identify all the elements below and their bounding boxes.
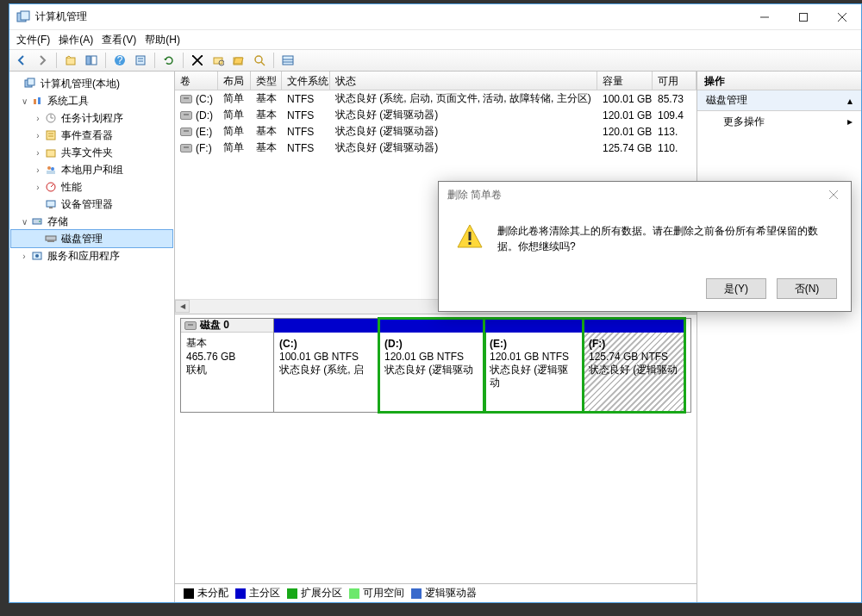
actions-more[interactable]: 更多操作 ▸	[697, 111, 861, 132]
delete-volume-dialog: 删除 简单卷 删除此卷将清除其上的所有数据。请在删除之前备份所有希望保留的数据。…	[438, 181, 852, 312]
maximize-button[interactable]	[784, 4, 822, 30]
actions-title: 操作	[697, 72, 861, 90]
volume-table-header: 卷 布局 类型 文件系统 状态 容量 可用	[175, 72, 696, 90]
yes-button[interactable]: 是(Y)	[706, 278, 766, 299]
refresh-icon[interactable]	[160, 52, 178, 69]
list-view-icon[interactable]	[279, 52, 297, 69]
delete-icon[interactable]	[189, 52, 206, 69]
svg-point-47	[35, 254, 39, 258]
col-capacity[interactable]: 容量	[597, 72, 653, 90]
table-row[interactable]: (D:)简单基本NTFS状态良好 (逻辑驱动器)120.01 GB109.4	[175, 107, 696, 123]
tree-task-scheduler[interactable]: ›任务计划程序	[11, 109, 172, 127]
disk-graphical-pane: 磁盘 0 基本 465.76 GB 联机 (C:) 100.01 GB NTFS…	[175, 314, 696, 602]
partition-f[interactable]: (F:) 125.74 GB NTFS 状态良好 (逻辑驱动	[584, 319, 684, 412]
tree-storage[interactable]: ∨存储	[11, 213, 172, 230]
svg-text:?: ?	[117, 54, 123, 66]
tree-event-viewer[interactable]: ›事件查看器	[11, 127, 172, 144]
dialog-title: 删除 简单卷	[447, 188, 502, 202]
properties-icon[interactable]	[132, 52, 149, 69]
menu-file[interactable]: 文件(F)	[16, 33, 50, 47]
main-pane: 卷 布局 类型 文件系统 状态 容量 可用 (C:)简单基本NTFS状态良好 (…	[175, 72, 697, 602]
svg-rect-51	[469, 242, 472, 245]
svg-point-43	[39, 221, 41, 222]
menu-action[interactable]: 操作(A)	[59, 33, 93, 47]
col-filesystem[interactable]: 文件系统	[282, 72, 330, 90]
svg-point-19	[255, 56, 262, 63]
dialog-close-button[interactable]	[825, 186, 842, 203]
partition-d[interactable]: (D:) 120.01 GB NTFS 状态良好 (逻辑驱动	[379, 319, 484, 412]
disk-0-info[interactable]: 磁盘 0 基本 465.76 GB 联机	[181, 319, 274, 412]
svg-line-20	[261, 62, 265, 65]
dialog-message: 删除此卷将清除其上的所有数据。请在删除之前备份所有希望保留的数据。你想继续吗?	[497, 223, 834, 254]
chevron-right-icon: ▸	[847, 115, 853, 128]
svg-rect-45	[47, 240, 54, 242]
svg-rect-8	[91, 56, 97, 65]
svg-rect-27	[38, 97, 41, 104]
tree-system-tools[interactable]: ∨系统工具	[11, 92, 172, 109]
menu-help[interactable]: 帮助(H)	[145, 33, 180, 47]
svg-rect-44	[46, 236, 56, 240]
col-type[interactable]: 类型	[251, 72, 282, 90]
tree-disk-management[interactable]: 磁盘管理	[11, 230, 172, 247]
tree-local-users[interactable]: ›本地用户和组	[11, 161, 172, 178]
open-icon[interactable]	[230, 52, 247, 69]
svg-rect-31	[47, 131, 55, 140]
svg-rect-34	[47, 150, 55, 157]
svg-rect-37	[47, 171, 55, 174]
svg-rect-7	[86, 56, 91, 65]
titlebar: 计算机管理	[9, 4, 861, 30]
search-icon[interactable]	[251, 52, 268, 69]
up-icon[interactable]	[62, 52, 79, 69]
partition-c[interactable]: (C:) 100.01 GB NTFS 状态良好 (系统, 启	[274, 319, 379, 412]
svg-line-39	[51, 184, 53, 187]
window-title: 计算机管理	[35, 9, 745, 24]
svg-rect-3	[799, 13, 807, 21]
tree-pane: 计算机管理(本地) ∨系统工具 ›任务计划程序 ›事件查看器 ›共享文件夹 ›本…	[9, 72, 175, 602]
tree-performance[interactable]: ›性能	[11, 178, 172, 196]
svg-point-35	[47, 166, 51, 170]
svg-rect-50	[469, 232, 472, 240]
svg-rect-41	[49, 207, 53, 208]
legend: 未分配 主分区 扩展分区 可用空间 逻辑驱动器	[175, 583, 696, 602]
disk-0-row: 磁盘 0 基本 465.76 GB 联机 (C:) 100.01 GB NTFS…	[180, 318, 691, 413]
menubar: 文件(F) 操作(A) 查看(V) 帮助(H)	[9, 30, 861, 49]
tree-shared-folders[interactable]: ›共享文件夹	[11, 144, 172, 161]
warning-icon	[456, 223, 484, 251]
settings-icon[interactable]	[209, 52, 227, 69]
partition-e[interactable]: (E:) 120.01 GB NTFS 状态良好 (逻辑驱动	[484, 319, 584, 412]
col-layout[interactable]: 布局	[218, 72, 251, 90]
close-button[interactable]	[822, 4, 861, 30]
col-status[interactable]: 状态	[330, 72, 597, 90]
svg-rect-21	[283, 56, 293, 65]
actions-pane: 操作 磁盘管理 ▴ 更多操作 ▸	[697, 72, 861, 602]
svg-rect-11	[136, 56, 145, 65]
col-volume[interactable]: 卷	[175, 72, 218, 90]
no-button[interactable]: 否(N)	[777, 278, 837, 299]
svg-rect-25	[28, 78, 34, 85]
col-free[interactable]: 可用	[653, 72, 696, 90]
table-row[interactable]: (C:)简单基本NTFS状态良好 (系统, 启动, 页面文件, 活动, 故障转储…	[175, 90, 696, 107]
toolbar: ?	[9, 49, 861, 72]
forward-icon[interactable]	[34, 52, 51, 69]
svg-rect-1	[21, 11, 29, 20]
menu-view[interactable]: 查看(V)	[102, 33, 136, 47]
collapse-icon: ▴	[847, 95, 853, 107]
show-hide-icon[interactable]	[83, 52, 100, 69]
scroll-left-icon[interactable]: ◀	[175, 300, 190, 313]
tree-root[interactable]: 计算机管理(本地)	[11, 75, 172, 92]
table-row[interactable]: (F:)简单基本NTFS状态良好 (逻辑驱动器)125.74 GB110.	[175, 140, 696, 156]
svg-point-36	[51, 167, 54, 171]
svg-rect-26	[34, 99, 36, 104]
tree-services-apps[interactable]: ›服务和应用程序	[11, 247, 172, 264]
disk-icon	[184, 321, 197, 330]
svg-rect-6	[66, 58, 75, 65]
svg-rect-40	[47, 201, 55, 207]
app-icon	[16, 10, 30, 24]
tree-device-manager[interactable]: 设备管理器	[11, 196, 172, 213]
help-icon[interactable]: ?	[111, 52, 128, 69]
table-row[interactable]: (E:)简单基本NTFS状态良好 (逻辑驱动器)120.01 GB113.	[175, 123, 696, 140]
back-icon[interactable]	[13, 52, 30, 69]
minimize-button[interactable]	[745, 4, 784, 30]
actions-group-diskmgmt[interactable]: 磁盘管理 ▴	[697, 90, 861, 111]
